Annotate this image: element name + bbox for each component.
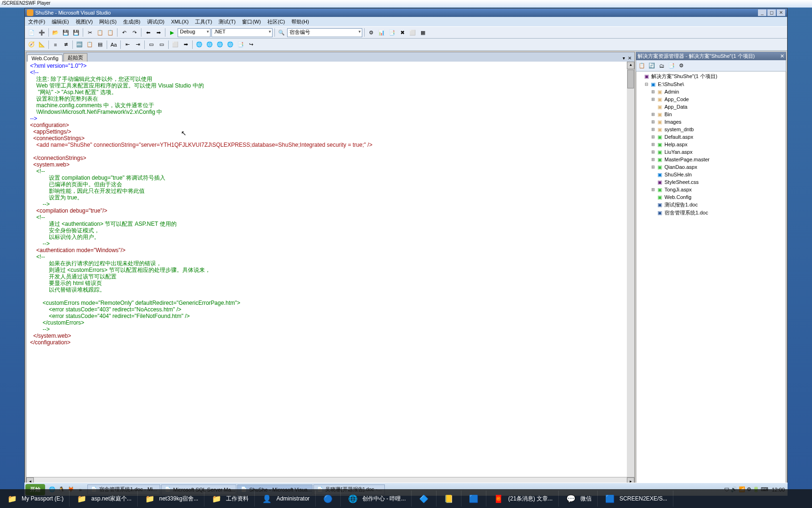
- outer-task-button[interactable]: 🟦: [461, 491, 486, 507]
- tool-icon[interactable]: ⬜: [171, 40, 180, 49]
- minimize-button[interactable]: _: [758, 9, 766, 16]
- tool-icon[interactable]: 📑: [387, 28, 397, 37]
- save-icon[interactable]: 💾: [61, 28, 70, 37]
- menu-item[interactable]: 帮助(H): [288, 18, 312, 25]
- vertical-scrollbar[interactable]: ▴: [627, 62, 634, 477]
- save-all-icon[interactable]: 💾: [71, 28, 81, 37]
- tab-close-icon[interactable]: ✕: [627, 56, 632, 61]
- expand-icon[interactable]: ⊞: [650, 135, 656, 139]
- expand-icon[interactable]: ⊞: [650, 119, 656, 124]
- add-item-icon[interactable]: ➕: [37, 28, 47, 37]
- tree-node[interactable]: ▣ShuSHe.sln: [637, 171, 785, 178]
- maximize-button[interactable]: ◻: [767, 9, 776, 16]
- start-debug-icon[interactable]: ▶: [167, 28, 177, 37]
- expand-icon[interactable]: ⊞: [650, 112, 656, 117]
- copy-site-icon[interactable]: 📑: [667, 61, 676, 71]
- find-icon[interactable]: 🔍: [277, 28, 286, 37]
- tab-webconfig[interactable]: Web.Config: [27, 55, 62, 62]
- tree-node[interactable]: ▣App_Data: [637, 103, 785, 111]
- paste-icon[interactable]: 📋: [106, 28, 115, 37]
- tool-icon[interactable]: 🌐: [205, 40, 214, 49]
- tool-icon[interactable]: 📋: [85, 40, 94, 49]
- comment-icon[interactable]: ≡: [51, 40, 60, 49]
- tree-node[interactable]: ⊞▣Bin: [637, 111, 785, 118]
- tool-icon[interactable]: ⬜: [408, 28, 417, 37]
- menu-item[interactable]: 生成(B): [120, 18, 144, 25]
- indent-less-icon[interactable]: ⇤: [123, 40, 132, 49]
- indent-more-icon[interactable]: ⇥: [133, 40, 142, 49]
- solution-tree[interactable]: ▣解决方案"ShuShe"(1 个项目)⊟▣E:\ShuShe\⊞▣Admin⊞…: [636, 71, 786, 485]
- asp-config-icon[interactable]: ⚙: [677, 61, 686, 71]
- expand-icon[interactable]: ⊞: [650, 157, 656, 162]
- outer-task-button[interactable]: 🔵: [316, 491, 341, 507]
- config-combo[interactable]: Debug: [178, 28, 211, 37]
- outer-task-button[interactable]: 🌐创作中心 - 哔哩...: [341, 491, 412, 507]
- tool-icon[interactable]: 🌐: [215, 40, 225, 49]
- menu-item[interactable]: XML(X): [168, 19, 192, 24]
- tool-icon[interactable]: 🌐: [195, 40, 204, 49]
- outer-task-button[interactable]: 🧧(21条消息) 文章...: [486, 491, 559, 507]
- open-icon[interactable]: 📂: [51, 28, 60, 37]
- tree-node[interactable]: ⊞▣Default.aspx: [637, 133, 785, 141]
- nav-back-icon[interactable]: ⬅: [143, 28, 153, 37]
- tool-icon[interactable]: ▭: [147, 40, 156, 49]
- outer-task-button[interactable]: 🟦SCREEN2EXE/S...: [598, 491, 673, 507]
- tab-dropdown-icon[interactable]: ▾: [622, 56, 626, 61]
- outer-task-button[interactable]: 👤Administrator: [255, 491, 316, 507]
- tree-node[interactable]: ⊞▣App_Code: [637, 95, 785, 103]
- tree-node[interactable]: ⊞▣Images: [637, 118, 785, 126]
- tool-icon[interactable]: ↪: [246, 40, 256, 49]
- tool-icon[interactable]: 📑: [236, 40, 245, 49]
- nav-fwd-icon[interactable]: ➡: [154, 28, 163, 37]
- code-editor[interactable]: <?xml version="1.0"?> <!-- 注意: 除了手动编辑此文件…: [26, 62, 634, 477]
- expand-icon[interactable]: ⊞: [650, 89, 656, 94]
- tree-node[interactable]: ⊟▣E:\ShuShe\: [637, 80, 785, 88]
- undo-icon[interactable]: ↶: [119, 28, 129, 37]
- tool-icon[interactable]: ▦: [418, 28, 428, 37]
- tool-icon[interactable]: 🔤: [75, 40, 84, 49]
- outer-task-button[interactable]: 🔷: [412, 491, 437, 507]
- tree-node[interactable]: ▣解决方案"ShuShe"(1 个项目): [637, 72, 785, 80]
- tree-node[interactable]: ⊞▣TongJi.aspx: [637, 186, 785, 193]
- tree-node[interactable]: ⊞▣MasterPage.master: [637, 156, 785, 163]
- menu-item[interactable]: 网站(S): [96, 18, 120, 25]
- expand-icon[interactable]: ⊞: [650, 127, 656, 132]
- outer-task-button[interactable]: 📁My Passport (E:): [0, 491, 70, 507]
- tree-node[interactable]: ▣测试报告1.doc: [637, 201, 785, 209]
- tool-icon[interactable]: 📐: [37, 40, 47, 49]
- refresh-icon[interactable]: 🔄: [647, 61, 656, 71]
- tool-icon[interactable]: 🧭: [27, 40, 36, 49]
- nest-icon[interactable]: 🗂: [657, 61, 666, 71]
- tree-node[interactable]: ⊞▣system_dntb: [637, 126, 785, 133]
- tree-node[interactable]: ⊞▣Admin: [637, 88, 785, 95]
- outer-task-button[interactable]: 📒: [437, 491, 461, 507]
- tool-icon[interactable]: 🌐: [226, 40, 235, 49]
- tool-icon[interactable]: 📊: [377, 28, 386, 37]
- tree-node[interactable]: ⊞▣Help.aspx: [637, 141, 785, 148]
- expand-icon[interactable]: ⊞: [650, 187, 656, 192]
- properties-icon[interactable]: 📋: [637, 61, 647, 71]
- redo-icon[interactable]: ↷: [130, 28, 139, 37]
- expand-icon[interactable]: ⊟: [644, 82, 649, 87]
- menu-item[interactable]: 视图(V): [72, 18, 96, 25]
- menu-item[interactable]: 窗口(W): [239, 18, 264, 25]
- tree-node[interactable]: ⊞▣LiuYan.aspx: [637, 148, 785, 156]
- cut-icon[interactable]: ✂: [85, 28, 94, 37]
- uncomment-icon[interactable]: ≢: [61, 40, 70, 49]
- platform-combo[interactable]: .NET: [211, 28, 273, 37]
- menu-item[interactable]: 社区(C): [264, 18, 288, 25]
- outer-task-button[interactable]: 📁工作资料: [204, 491, 255, 507]
- tool-icon[interactable]: ▭: [157, 40, 166, 49]
- new-project-icon[interactable]: 📄: [27, 28, 36, 37]
- tree-node[interactable]: ▣Web.Config: [637, 193, 785, 201]
- tool-icon[interactable]: Aa: [109, 40, 118, 49]
- close-button[interactable]: ✕: [777, 9, 785, 16]
- find-combo[interactable]: 宿舍编号: [287, 28, 362, 37]
- menu-item[interactable]: 文件(F): [25, 18, 48, 25]
- tab-startpage[interactable]: 起始页: [63, 53, 87, 62]
- tool-icon[interactable]: ➡: [181, 40, 190, 49]
- expand-icon[interactable]: ⊞: [650, 150, 656, 154]
- tool-icon[interactable]: ▤: [95, 40, 105, 49]
- expand-icon[interactable]: ⊞: [650, 142, 656, 147]
- tree-node[interactable]: ▣宿舍管理系统1.doc: [637, 209, 785, 217]
